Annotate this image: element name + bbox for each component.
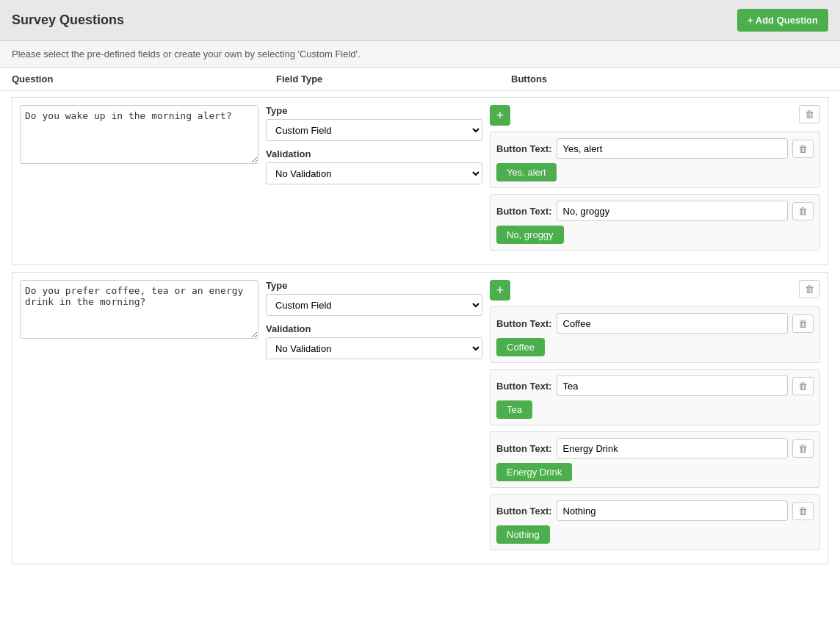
column-buttons-header: Buttons (511, 73, 828, 85)
button-text-input[interactable] (557, 313, 788, 334)
delete-button-button[interactable]: 🗑 (792, 202, 814, 220)
fieldtype-cell: TypeCustom FieldValidationNo Validation (266, 273, 490, 367)
button-text-input[interactable] (557, 438, 788, 459)
button-entry: Button Text:🗑Coffee (490, 306, 820, 363)
button-preview[interactable]: No, groggy (496, 226, 564, 244)
button-text-label: Button Text: (496, 206, 552, 217)
button-text-input[interactable] (557, 375, 788, 396)
delete-question-button[interactable]: 🗑 (799, 105, 820, 123)
button-entry: Button Text:🗑Energy Drink (490, 431, 820, 488)
add-question-button[interactable]: + Add Question (737, 9, 828, 32)
question-row: TypeCustom FieldValidationNo Validation+… (12, 97, 828, 265)
button-text-input[interactable] (557, 138, 788, 159)
type-label: Type (266, 280, 482, 291)
button-text-label: Button Text: (496, 506, 552, 517)
delete-button-button[interactable]: 🗑 (792, 439, 814, 458)
info-text: Please select the pre-defined fields or … (12, 48, 361, 60)
validation-select[interactable]: No Validation (266, 337, 482, 359)
button-entry: Button Text:🗑No, groggy (490, 194, 820, 251)
delete-question-button[interactable]: 🗑 (799, 280, 820, 298)
validation-label: Validation (266, 148, 482, 159)
questions-container: TypeCustom FieldValidationNo Validation+… (0, 91, 840, 578)
button-preview[interactable]: Nothing (496, 525, 550, 544)
button-entry-row: Button Text:🗑 (496, 138, 814, 159)
button-preview[interactable]: Tea (496, 400, 532, 419)
add-button-button[interactable]: + (490, 280, 510, 301)
question-textarea[interactable] (20, 105, 258, 164)
question-row: TypeCustom FieldValidationNo Validation+… (12, 272, 828, 564)
delete-button-button[interactable]: 🗑 (792, 140, 814, 158)
validation-select[interactable]: No Validation (266, 162, 482, 184)
buttons-cell: +Button Text:🗑CoffeeButton Text:🗑TeaButt… (490, 273, 828, 564)
button-text-label: Button Text: (496, 318, 552, 329)
buttons-cell: +Button Text:🗑Yes, alertButton Text:🗑No,… (490, 98, 828, 264)
button-text-label: Button Text: (496, 381, 552, 392)
validation-section: ValidationNo Validation (266, 148, 482, 184)
button-preview[interactable]: Energy Drink (496, 463, 572, 481)
button-entry-row: Button Text:🗑 (496, 375, 814, 396)
button-text-label: Button Text: (496, 143, 552, 154)
fieldtype-cell: TypeCustom FieldValidationNo Validation (266, 98, 490, 192)
validation-label: Validation (266, 323, 482, 334)
button-entry: Button Text:🗑Nothing (490, 494, 820, 550)
button-text-input[interactable] (557, 201, 788, 221)
button-entry-row: Button Text:🗑 (496, 313, 814, 334)
button-entry-row: Button Text:🗑 (496, 500, 814, 521)
button-preview[interactable]: Yes, alert (496, 163, 557, 181)
delete-button-button[interactable]: 🗑 (792, 502, 814, 520)
validation-section: ValidationNo Validation (266, 323, 482, 359)
button-text-label: Button Text: (496, 443, 552, 454)
type-label: Type (266, 105, 482, 116)
column-headers: Question Field Type Buttons (0, 68, 840, 91)
page-header: Survey Questions + Add Question (0, 0, 840, 41)
add-button-button[interactable]: + (490, 105, 510, 126)
column-fieldtype-header: Field Type (276, 73, 511, 85)
question-textarea[interactable] (20, 280, 258, 339)
question-cell (12, 98, 266, 173)
button-text-input[interactable] (557, 500, 788, 521)
button-entry: Button Text:🗑Tea (490, 369, 820, 425)
button-entry: Button Text:🗑Yes, alert (490, 132, 820, 188)
column-question-header: Question (12, 73, 276, 85)
info-bar: Please select the pre-defined fields or … (0, 41, 840, 68)
type-select[interactable]: Custom Field (266, 119, 482, 141)
delete-button-button[interactable]: 🗑 (792, 314, 814, 333)
button-preview[interactable]: Coffee (496, 338, 545, 356)
page-title: Survey Questions (12, 12, 124, 28)
delete-button-button[interactable]: 🗑 (792, 377, 814, 395)
question-cell (12, 273, 266, 348)
button-entry-row: Button Text:🗑 (496, 438, 814, 459)
type-select[interactable]: Custom Field (266, 294, 482, 316)
button-entry-row: Button Text:🗑 (496, 201, 814, 221)
